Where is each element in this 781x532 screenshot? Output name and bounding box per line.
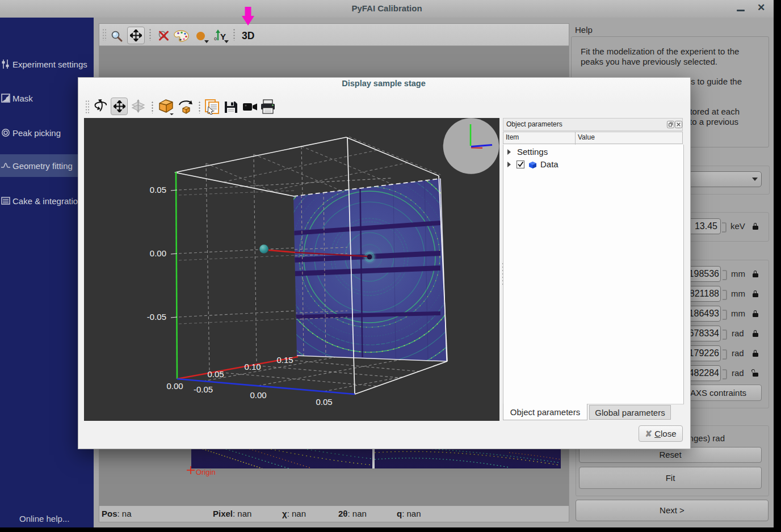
svg-text:0.00: 0.00 — [150, 248, 166, 258]
svg-text:0.10: 0.10 — [244, 362, 261, 371]
svg-text:-0.05: -0.05 — [147, 312, 166, 322]
svg-text:0.00: 0.00 — [250, 390, 266, 400]
svg-text:0.15: 0.15 — [276, 355, 293, 365]
svg-text:0.05: 0.05 — [150, 185, 166, 195]
svg-text:Data: Data — [540, 159, 559, 169]
svg-text:-0.05: -0.05 — [194, 385, 213, 394]
svg-text:Origin: Origin — [196, 468, 216, 476]
svg-text:o: o — [214, 36, 217, 41]
svg-text:0.05: 0.05 — [316, 397, 332, 407]
svg-text:0.00: 0.00 — [166, 381, 183, 391]
svg-text:0.05: 0.05 — [207, 369, 224, 379]
svg-text:Settings: Settings — [517, 148, 548, 157]
